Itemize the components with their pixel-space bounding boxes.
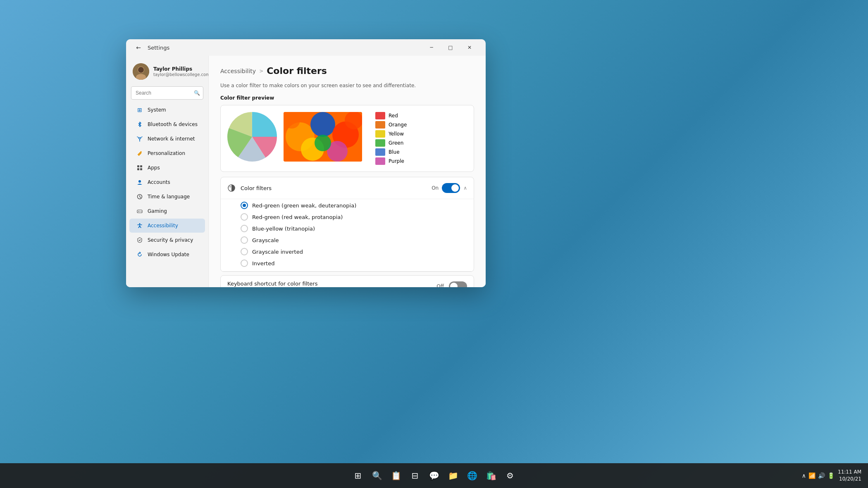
keyboard-shortcut-toggle[interactable] [449,281,467,287]
sidebar-item-accessibility[interactable]: Accessibility [129,219,205,233]
nav-icon-network [136,135,143,143]
legend-label: Yellow [389,131,404,137]
nav-icon-gaming [136,207,143,215]
main-content: Accessibility > Color filters Use a colo… [209,56,486,287]
radio-option-inverted[interactable]: Inverted [241,259,467,267]
radio-label: Red-green (red weak, protanopia) [252,214,343,220]
radio-options: Red-green (green weak, deuteranopia)Red-… [221,199,474,271]
battery-icon: 🔋 [827,472,835,479]
legend-item: Red [375,112,467,119]
svg-rect-4 [137,165,139,167]
legend-swatch [375,148,385,156]
pie-chart [227,112,277,162]
color-filters-icon [227,184,236,192]
taskbar-store[interactable]: 🛍️ [483,467,499,484]
radio-circle [241,248,248,255]
sidebar-item-accounts[interactable]: Accounts [129,175,205,189]
sidebar-item-update[interactable]: Windows Update [129,248,205,262]
nav-icon-accessibility [136,222,143,229]
svg-point-24 [284,112,300,129]
sidebar-item-personalization[interactable]: Personalization [129,146,205,160]
legend-label: Orange [389,122,407,128]
taskbar-settings[interactable]: ⚙️ [502,467,518,484]
search-box: 🔍 [131,86,203,100]
taskbar-search[interactable]: 🔍 [369,467,385,484]
legend-item: Yellow [375,130,467,138]
preview-label: Color filter preview [220,95,474,101]
settings-window: ← Settings ─ □ ✕ Taylor Phillips [126,39,486,287]
radio-circle [241,259,248,267]
sound-icon: 🔊 [818,472,825,479]
svg-point-11 [139,223,141,224]
svg-rect-5 [140,165,142,167]
nav-icon-update [136,251,143,258]
svg-point-8 [138,180,141,183]
taskbar-taskview[interactable]: 📋 [388,467,404,484]
nav-label-update: Windows Update [148,252,189,257]
radio-label: Blue-yellow (tritanopia) [252,226,315,232]
sidebar-item-time[interactable]: Time & language [129,190,205,204]
breadcrumb-parent[interactable]: Accessibility [220,68,256,74]
back-button[interactable]: ← [133,42,144,53]
preview-card: RedOrangeYellowGreenBluePurple [220,105,474,172]
radio-label: Inverted [252,260,274,267]
chevron-icon: ∧ [463,185,467,191]
close-button[interactable]: ✕ [460,41,479,54]
sidebar-item-bluetooth[interactable]: Bluetooth & devices [129,117,205,131]
user-info: Taylor Phillips taylor@bellowscollege.co… [153,66,209,77]
keyboard-shortcut-row: Keyboard shortcut for color filters Pres… [221,276,474,287]
radio-option-protanopia[interactable]: Red-green (red weak, protanopia) [241,213,467,221]
user-email: taylor@bellowscollege.com [153,72,209,77]
chevron-tray[interactable]: ∧ [802,472,806,479]
window-controls: ─ □ ✕ [422,41,479,54]
page-description: Use a color filter to make colors on you… [220,83,474,88]
taskbar-center: ⊞ 🔍 📋 ⊟ 💬 📁 🌐 🛍️ ⚙️ [350,467,518,484]
sidebar-item-apps[interactable]: Apps [129,161,205,175]
breadcrumb-separator: > [259,68,263,74]
radio-option-grayscale_inverted[interactable]: Grayscale inverted [241,248,467,255]
taskbar-teams[interactable]: 💬 [426,467,442,484]
search-icon: 🔍 [194,90,200,96]
svg-point-20 [310,112,335,137]
nav-label-apps: Apps [148,165,160,171]
search-input[interactable] [131,86,203,100]
nav-label-personalization: Personalization [148,150,185,156]
radio-option-deuteranopia[interactable]: Red-green (green weak, deuteranopia) [241,202,467,209]
color-filters-label: Color filters [241,185,427,191]
nav-label-bluetooth: Bluetooth & devices [148,121,198,127]
taskbar-edge[interactable]: 🌐 [464,467,480,484]
nav-icon-accounts [136,179,143,186]
color-filters-toggle[interactable] [442,183,460,193]
legend-item: Orange [375,121,467,129]
nav-label-time: Time & language [148,194,190,200]
nav-label-gaming: Gaming [148,208,167,214]
sidebar-item-system[interactable]: ⊞System [129,103,205,117]
user-name: Taylor Phillips [153,66,209,73]
maximize-button[interactable]: □ [441,41,460,54]
color-filters-right: On ∧ [432,183,467,193]
keyboard-shortcut-sublabel: Press the Windows + Ctrl + C keys to tur… [227,287,432,287]
taskbar-start[interactable]: ⊞ [350,467,366,484]
sidebar-item-network[interactable]: Network & internet [129,132,205,146]
nav-icon-personalization [136,150,143,157]
legend-label: Red [389,113,398,119]
nav-label-security: Security & privacy [148,237,193,243]
legend-item: Green [375,139,467,147]
keyboard-toggle-label: Off [436,283,444,287]
taskbar-explorer[interactable]: 📁 [445,467,461,484]
nav-list: ⊞SystemBluetooth & devicesNetwork & inte… [126,103,208,262]
minimize-button[interactable]: ─ [422,41,441,54]
legend-swatch [375,139,385,147]
nav-icon-security [136,236,143,244]
keyboard-toggle-knob [450,283,458,287]
taskbar-datetime[interactable]: 11:11 AM 10/20/21 [838,469,861,483]
taskbar-widgets[interactable]: ⊟ [407,467,423,484]
taskbar: ⊞ 🔍 📋 ⊟ 💬 📁 🌐 🛍️ ⚙️ ∧ 📶 🔊 🔋 11:11 AM 10/… [0,463,868,488]
radio-option-tritanopia[interactable]: Blue-yellow (tritanopia) [241,225,467,232]
color-filters-row: Color filters On ∧ [221,177,474,199]
color-filters-toggle-label: On [432,185,439,191]
sidebar-item-security[interactable]: Security & privacy [129,233,205,247]
color-legend: RedOrangeYellowGreenBluePurple [375,112,467,165]
radio-option-grayscale[interactable]: Grayscale [241,236,467,244]
sidebar-item-gaming[interactable]: Gaming [129,204,205,218]
